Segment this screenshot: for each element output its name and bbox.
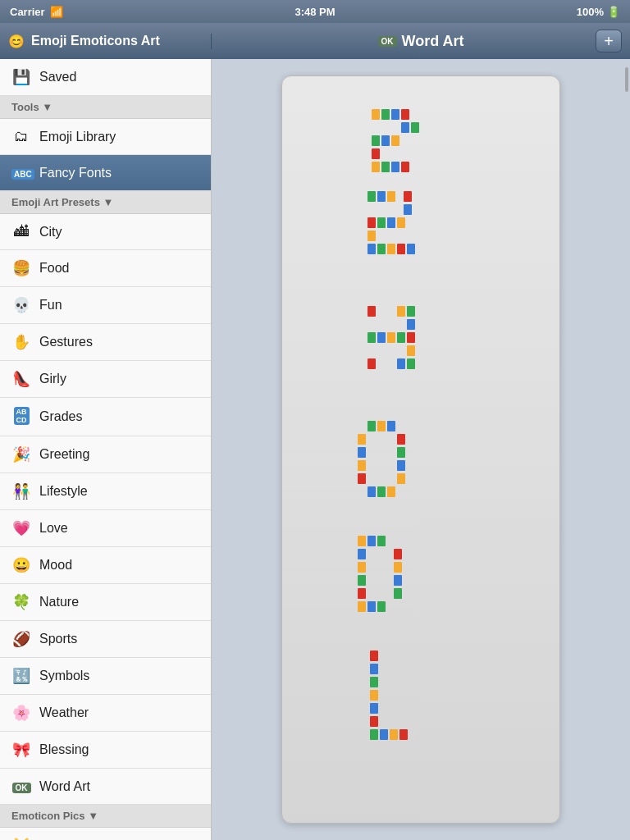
sidebar-item-grades[interactable]: ABCD Grades bbox=[0, 398, 211, 436]
svg-rect-13 bbox=[401, 162, 409, 172]
svg-rect-22 bbox=[397, 217, 405, 228]
status-right: 100% 🔋 bbox=[577, 6, 620, 18]
sidebar-item-girly[interactable]: 👠 Girly bbox=[0, 361, 211, 398]
main-layout: 💾 Saved Tools ▼ 🗂 Emoji Library ABC Fanc… bbox=[0, 59, 630, 840]
sidebar-item-sports[interactable]: 🏈 Sports bbox=[0, 621, 211, 658]
svg-rect-45 bbox=[358, 434, 366, 445]
add-button[interactable]: + bbox=[596, 30, 622, 52]
weather-icon: 🌸 bbox=[11, 704, 31, 722]
svg-rect-35 bbox=[387, 332, 395, 343]
svg-rect-49 bbox=[358, 460, 366, 471]
sidebar-item-love[interactable]: 💗 Love bbox=[0, 510, 211, 547]
svg-rect-27 bbox=[397, 244, 405, 254]
svg-rect-2 bbox=[391, 109, 399, 120]
blessing-icon: 🎀 bbox=[11, 741, 31, 759]
svg-rect-38 bbox=[407, 345, 415, 356]
sidebar-item-symbols[interactable]: 🔣 Symbols bbox=[0, 658, 211, 695]
svg-rect-33 bbox=[368, 332, 376, 343]
emoticon-pics-label: Emoticon Pics ▼ bbox=[11, 810, 98, 822]
svg-rect-5 bbox=[411, 122, 419, 133]
svg-rect-54 bbox=[377, 486, 386, 497]
svg-rect-29 bbox=[368, 306, 376, 317]
svg-rect-55 bbox=[387, 486, 395, 497]
svg-rect-62 bbox=[394, 562, 402, 573]
svg-rect-65 bbox=[358, 588, 366, 599]
svg-rect-69 bbox=[377, 601, 386, 612]
svg-rect-7 bbox=[381, 135, 390, 146]
tools-header[interactable]: Tools ▼ bbox=[0, 96, 211, 119]
sidebar-item-nature[interactable]: 🍀 Nature bbox=[0, 584, 211, 621]
sidebar-item-fun[interactable]: 💀 Fun bbox=[0, 287, 211, 324]
svg-rect-32 bbox=[407, 319, 415, 330]
svg-rect-59 bbox=[394, 549, 402, 559]
svg-rect-79 bbox=[399, 729, 408, 740]
svg-rect-15 bbox=[377, 191, 386, 202]
girly-label: Girly bbox=[39, 372, 66, 386]
svg-rect-53 bbox=[368, 486, 376, 497]
sidebar-item-food[interactable]: 🍔 Food bbox=[0, 250, 211, 287]
page-title-section: OK Word Art + bbox=[212, 33, 630, 50]
tools-label: Tools ▼ bbox=[11, 101, 52, 113]
wifi-icon: 📶 bbox=[50, 6, 63, 18]
svg-rect-44 bbox=[387, 421, 395, 431]
svg-rect-16 bbox=[387, 191, 395, 202]
svg-rect-76 bbox=[370, 729, 378, 740]
symbols-icon: 🔣 bbox=[11, 667, 31, 685]
greeting-label: Greeting bbox=[39, 447, 89, 462]
gestures-label: Gestures bbox=[39, 335, 93, 349]
word-art-display bbox=[306, 93, 536, 806]
svg-rect-4 bbox=[401, 122, 409, 133]
sidebar-item-greeting[interactable]: 🎉 Greeting bbox=[0, 436, 211, 473]
svg-rect-26 bbox=[387, 244, 395, 254]
emoji-art-presets-header[interactable]: Emoji Art Presets ▼ bbox=[0, 191, 211, 214]
content-area bbox=[212, 59, 630, 840]
grades-label: Grades bbox=[39, 409, 82, 424]
gestures-icon: ✋ bbox=[11, 333, 31, 351]
svg-rect-72 bbox=[370, 677, 378, 687]
sidebar-item-saved[interactable]: 💾 Saved bbox=[0, 59, 211, 96]
sidebar-item-fancy-fonts[interactable]: ABC Fancy Fonts bbox=[0, 155, 211, 191]
svg-rect-56 bbox=[358, 536, 366, 546]
food-icon: 🍔 bbox=[11, 259, 31, 277]
sports-label: Sports bbox=[39, 632, 77, 646]
sidebar-item-blessing[interactable]: 🎀 Blessing bbox=[0, 732, 211, 769]
word-art-card bbox=[281, 75, 560, 824]
svg-rect-47 bbox=[358, 447, 366, 458]
sidebar-item-lifestyle[interactable]: 👫 Lifestyle bbox=[0, 473, 211, 510]
emoticon-pics-header[interactable]: Emoticon Pics ▼ bbox=[0, 805, 211, 828]
grades-icon: ABCD bbox=[11, 407, 31, 427]
lifestyle-label: Lifestyle bbox=[39, 484, 88, 499]
svg-rect-10 bbox=[372, 162, 380, 172]
svg-rect-51 bbox=[358, 473, 366, 484]
mood-icon: 😀 bbox=[11, 556, 31, 574]
sidebar-item-mood[interactable]: 😀 Mood bbox=[0, 547, 211, 584]
svg-rect-28 bbox=[407, 244, 415, 254]
svg-rect-41 bbox=[407, 358, 415, 369]
sidebar-item-chubby-monsters[interactable]: 😼 Chubby Monsters bbox=[0, 828, 211, 840]
sidebar-item-gestures[interactable]: ✋ Gestures bbox=[0, 324, 211, 361]
fun-icon: 💀 bbox=[11, 296, 31, 314]
svg-rect-8 bbox=[391, 135, 399, 146]
svg-rect-71 bbox=[370, 664, 378, 674]
svg-rect-40 bbox=[397, 358, 405, 369]
svg-rect-78 bbox=[390, 729, 398, 740]
svg-rect-70 bbox=[370, 651, 378, 661]
app-icon: 😊 bbox=[8, 34, 25, 49]
carrier-label: Carrier bbox=[10, 6, 45, 18]
emoji-library-icon: 🗂 bbox=[11, 128, 31, 145]
svg-rect-0 bbox=[372, 109, 380, 120]
nature-label: Nature bbox=[39, 595, 79, 609]
svg-rect-67 bbox=[358, 601, 366, 612]
svg-rect-48 bbox=[397, 447, 405, 458]
city-label: City bbox=[39, 225, 62, 240]
fun-label: Fun bbox=[39, 298, 62, 313]
svg-rect-68 bbox=[368, 601, 376, 612]
scroll-indicator bbox=[625, 67, 628, 92]
sidebar-item-word-art[interactable]: OK Word Art bbox=[0, 769, 211, 805]
sidebar-item-emoji-library[interactable]: 🗂 Emoji Library bbox=[0, 119, 211, 155]
sidebar-item-city[interactable]: 🏙 City bbox=[0, 214, 211, 250]
svg-rect-12 bbox=[391, 162, 399, 172]
svg-rect-73 bbox=[370, 690, 378, 701]
sidebar-item-weather[interactable]: 🌸 Weather bbox=[0, 695, 211, 732]
city-icon: 🏙 bbox=[11, 223, 31, 240]
